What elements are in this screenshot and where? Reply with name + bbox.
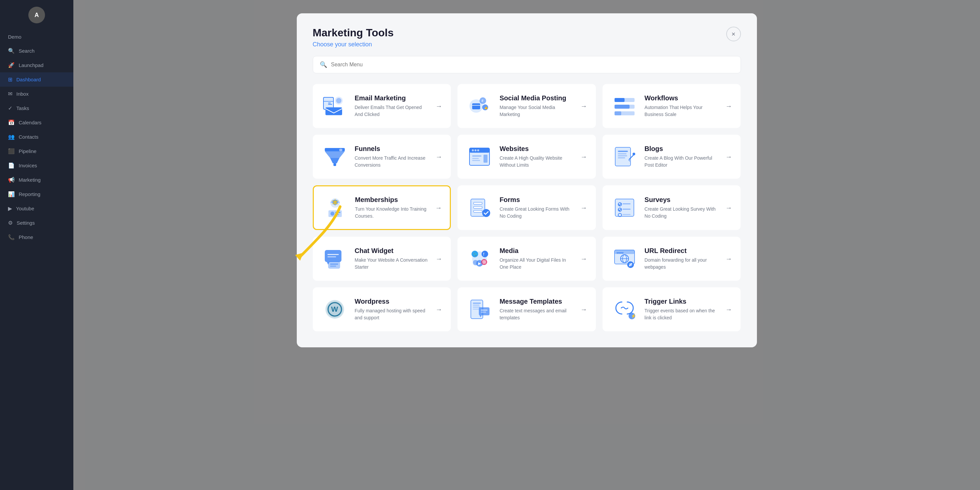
app-background: A Demo 🔍 Search 🚀 Launchpad ⊞ Dashboard … bbox=[0, 0, 980, 490]
memberships-icon bbox=[322, 196, 348, 220]
tool-card-message-templates[interactable]: Message Templates Create text messages a… bbox=[458, 287, 596, 331]
sidebar-item-calendars[interactable]: 📅 Calendars bbox=[0, 115, 73, 130]
surveys-name: Surveys bbox=[644, 196, 719, 204]
message-templates-name: Message Templates bbox=[500, 298, 574, 305]
email-marketing-info: Email Marketing Deliver Emails That Get … bbox=[355, 94, 429, 118]
contacts-icon: 👥 bbox=[8, 134, 15, 140]
modal-title: Marketing Tools bbox=[313, 27, 394, 39]
sidebar-item-search[interactable]: 🔍 Search bbox=[0, 44, 73, 58]
sidebar-item-invoices[interactable]: 📄 Invoices bbox=[0, 158, 73, 173]
sidebar-item-phone[interactable]: 📞 Phone bbox=[0, 230, 73, 244]
funnels-info: Funnels Convert More Traffic And Increas… bbox=[355, 145, 429, 169]
svg-text:⚡: ⚡ bbox=[630, 313, 636, 319]
sidebar-demo[interactable]: Demo bbox=[0, 30, 73, 44]
svg-text:W: W bbox=[331, 305, 338, 313]
sidebar-item-dashboard[interactable]: ⊞ Dashboard bbox=[0, 72, 73, 87]
wordpress-info: Wordpress Fully managed hosting with spe… bbox=[355, 298, 429, 321]
sidebar-demo-label: Demo bbox=[8, 34, 21, 40]
svg-rect-34 bbox=[484, 155, 487, 163]
svg-rect-67 bbox=[330, 264, 338, 265]
svg-rect-7 bbox=[328, 104, 332, 105]
svg-rect-62 bbox=[325, 250, 342, 262]
surveys-arrow: → bbox=[725, 204, 732, 212]
sidebar-item-reporting[interactable]: 📊 Reporting bbox=[0, 187, 73, 201]
sidebar-inbox-label: Inbox bbox=[16, 91, 29, 97]
tool-card-blogs[interactable]: Blogs Create A Blog With Our Powerful Po… bbox=[603, 135, 741, 179]
tool-card-funnels[interactable]: Funnels Convert More Traffic And Increas… bbox=[313, 135, 451, 179]
svg-rect-66 bbox=[328, 261, 340, 269]
svg-rect-68 bbox=[330, 266, 336, 267]
media-info: Media Organize All Your Digital Files In… bbox=[500, 247, 574, 270]
svg-rect-100 bbox=[481, 312, 486, 313]
svg-rect-94 bbox=[473, 303, 481, 304]
tool-card-surveys[interactable]: Surveys Create Great Looking Survey With… bbox=[603, 185, 741, 230]
workflows-info: Workflows Automation That Helps Your Bus… bbox=[644, 94, 719, 118]
main-content: Marketing Tools Choose your selection × … bbox=[73, 0, 980, 490]
tool-card-social-media[interactable]: # 👍 Social Media Posting Manage Your Soc… bbox=[458, 84, 596, 128]
tools-grid: Email Marketing Deliver Emails That Get … bbox=[313, 84, 741, 331]
forms-arrow: → bbox=[581, 204, 587, 212]
svg-point-41 bbox=[633, 153, 635, 155]
wordpress-desc: Fully managed hosting with speed and sup… bbox=[355, 307, 429, 321]
svg-rect-15 bbox=[614, 98, 625, 102]
memberships-info: Memberships Turn Your Knowledge Into Tra… bbox=[355, 196, 429, 220]
tool-card-media[interactable]: 🐦 f ▶ Media Organize A bbox=[458, 237, 596, 281]
avatar: A bbox=[29, 7, 45, 23]
websites-info: Websites Create A High Quality Website W… bbox=[500, 145, 574, 169]
svg-rect-48 bbox=[335, 212, 340, 213]
close-button[interactable]: × bbox=[726, 27, 741, 41]
tool-card-websites[interactable]: Websites Create A High Quality Website W… bbox=[458, 135, 596, 179]
sidebar-reporting-label: Reporting bbox=[19, 191, 40, 197]
tool-card-memberships[interactable]: Memberships Turn Your Knowledge Into Tra… bbox=[313, 185, 451, 230]
svg-text:www: www bbox=[616, 251, 624, 255]
chat-widget-name: Chat Widget bbox=[355, 247, 429, 255]
svg-rect-23 bbox=[333, 163, 336, 166]
workflows-desc: Automation That Helps Your Business Scal… bbox=[644, 104, 719, 118]
tool-card-email-marketing[interactable]: Email Marketing Deliver Emails That Get … bbox=[313, 84, 451, 128]
svg-rect-55 bbox=[615, 199, 634, 216]
svg-rect-17 bbox=[614, 105, 630, 109]
sidebar-pipeline-label: Pipeline bbox=[19, 148, 37, 154]
svg-rect-96 bbox=[473, 307, 480, 308]
modal-title-group: Marketing Tools Choose your selection bbox=[313, 27, 394, 48]
sidebar-item-inbox[interactable]: ✉ Inbox bbox=[0, 87, 73, 101]
tool-card-url-redirect[interactable]: www URL Redirect Domain forwarding for a… bbox=[603, 237, 741, 281]
svg-rect-99 bbox=[481, 310, 487, 311]
trigger-links-desc: Trigger events based on when the link is… bbox=[644, 307, 719, 321]
sidebar-item-pipeline[interactable]: ⬛ Pipeline bbox=[0, 144, 73, 158]
tool-card-trigger-links[interactable]: ⚡ Trigger Links Trigger events based on … bbox=[603, 287, 741, 331]
tool-card-workflows[interactable]: Workflows Automation That Helps Your Bus… bbox=[603, 84, 741, 128]
svg-text:🐦: 🐦 bbox=[473, 252, 478, 257]
sidebar-item-tasks[interactable]: ✓ Tasks bbox=[0, 101, 73, 115]
chat-widget-info: Chat Widget Make Your Website A Conversa… bbox=[355, 247, 429, 270]
svg-point-75 bbox=[473, 260, 478, 265]
reporting-icon: 📊 bbox=[8, 191, 15, 197]
social-media-arrow: → bbox=[581, 102, 587, 110]
message-templates-icon bbox=[466, 298, 493, 321]
svg-marker-22 bbox=[330, 158, 339, 163]
svg-rect-51 bbox=[474, 202, 482, 204]
forms-name: Forms bbox=[500, 196, 574, 204]
svg-marker-21 bbox=[325, 151, 345, 158]
tool-card-forms[interactable]: Forms Create Great Looking Forms With No… bbox=[458, 185, 596, 230]
search-icon: 🔍 bbox=[8, 48, 15, 54]
blogs-name: Blogs bbox=[644, 145, 719, 153]
svg-rect-57 bbox=[622, 203, 630, 204]
search-bar[interactable]: 🔍 bbox=[313, 56, 741, 73]
websites-name: Websites bbox=[500, 145, 574, 153]
search-input[interactable] bbox=[331, 62, 734, 68]
tool-card-chat-widget[interactable]: Chat Widget Make Your Website A Conversa… bbox=[313, 237, 451, 281]
sidebar-item-youtube[interactable]: ▶ Youtube bbox=[0, 201, 73, 216]
tool-card-wordpress[interactable]: W Wordpress Fully managed hosting with s… bbox=[313, 287, 451, 331]
svg-rect-9 bbox=[472, 103, 480, 109]
sidebar-item-launchpad[interactable]: 🚀 Launchpad bbox=[0, 58, 73, 72]
sidebar-item-settings[interactable]: ⚙ Settings bbox=[0, 216, 73, 230]
dashboard-icon: ⊞ bbox=[8, 76, 12, 83]
sidebar-phone-label: Phone bbox=[19, 234, 33, 240]
memberships-arrow: → bbox=[435, 204, 442, 212]
sidebar-item-marketing[interactable]: 📢 Marketing bbox=[0, 173, 73, 187]
blogs-arrow: → bbox=[725, 153, 732, 161]
trigger-links-name: Trigger Links bbox=[644, 298, 719, 305]
sidebar-item-contacts[interactable]: 👥 Contacts bbox=[0, 130, 73, 144]
url-redirect-name: URL Redirect bbox=[644, 247, 719, 255]
